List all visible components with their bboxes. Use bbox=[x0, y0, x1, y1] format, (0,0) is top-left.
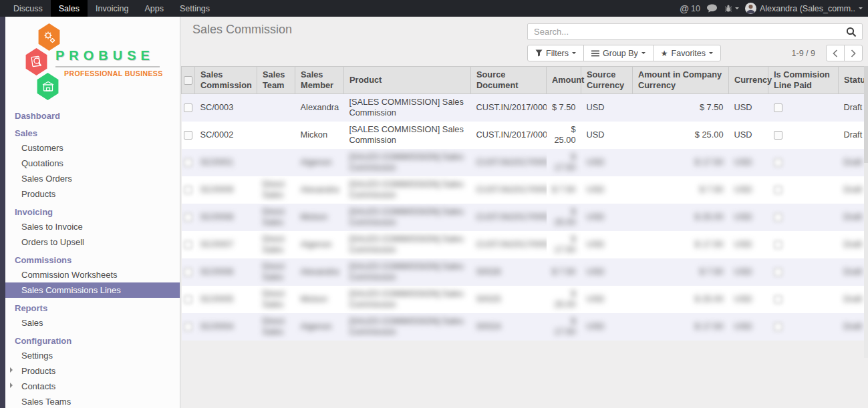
sidebar-item-quotations[interactable]: Quotations bbox=[5, 156, 180, 171]
cell-sales-commission: SC/0003 bbox=[195, 94, 257, 122]
column-header-source-currency[interactable]: Source Currency bbox=[581, 67, 633, 94]
cell-sales-commission: SC/0005 bbox=[195, 286, 257, 313]
chevron-down-icon bbox=[709, 52, 713, 56]
pager-previous-button[interactable] bbox=[826, 45, 845, 61]
paid-checkbox[interactable] bbox=[774, 213, 782, 222]
table-row[interactable]: SC/0007 Direct Sales Algenon [SALES COMM… bbox=[182, 231, 868, 258]
cell-sales-member: Alexandra bbox=[295, 94, 344, 122]
paid-checkbox[interactable] bbox=[774, 268, 782, 276]
cell-amount-in-company-currency: $ 7.50 bbox=[633, 258, 729, 286]
sidebar: PROBUSE PROFESSIONAL BUSINESS DashboardS… bbox=[0, 17, 180, 408]
cell-amount-in-company-currency: $ 25.00 bbox=[633, 122, 729, 149]
paid-checkbox[interactable] bbox=[774, 295, 782, 304]
chevron-right-icon[interactable] bbox=[10, 367, 15, 373]
scrollbar-thumb[interactable] bbox=[864, 66, 868, 163]
sidebar-item-sales[interactable]: Sales bbox=[5, 315, 180, 331]
messages-button[interactable] bbox=[706, 4, 718, 13]
sidebar-item-sales-to-invoice[interactable]: Sales to Invoice bbox=[5, 219, 180, 234]
column-header-sales-commission[interactable]: Sales Commission bbox=[195, 67, 257, 94]
filters-button[interactable]: Filters bbox=[527, 45, 584, 61]
topbar-menu-discuss[interactable]: Discuss bbox=[5, 0, 51, 17]
cell-currency: USD bbox=[729, 149, 768, 176]
topbar-menu-sales[interactable]: Sales bbox=[51, 0, 88, 17]
column-header-is-commision-line-paid[interactable]: Is Commision Line Paid bbox=[768, 67, 839, 94]
row-checkbox[interactable] bbox=[184, 323, 192, 331]
row-checkbox[interactable] bbox=[184, 213, 192, 222]
sidebar-item-commission-worksheets[interactable]: Commission Worksheets bbox=[5, 267, 180, 282]
column-header-amount-in-company-currency[interactable]: Amount in Company Currency bbox=[633, 67, 729, 94]
user-menu[interactable]: Alexandra (Sales_comm.. bbox=[745, 3, 863, 14]
column-header-amount[interactable]: Amount bbox=[547, 67, 581, 94]
sidebar-accent-strip bbox=[0, 17, 5, 408]
cell-source-currency: USD bbox=[581, 149, 633, 176]
table-row[interactable]: SC/0002 Mickon [SALES COMMISSION] Sales … bbox=[182, 122, 868, 149]
search-input[interactable] bbox=[528, 27, 846, 37]
sidebar-item-sales-teams[interactable]: Sales Teams bbox=[5, 394, 180, 408]
cell-is-commision-line-paid bbox=[768, 94, 839, 122]
mentions-counter[interactable]: @ 10 bbox=[680, 3, 700, 14]
column-header-sales-team[interactable]: Sales Team bbox=[257, 67, 295, 94]
table-row[interactable]: SC/0008 Direct Sales Mickon [SALES COMMI… bbox=[182, 204, 868, 231]
column-header-source-document[interactable]: Source Document bbox=[471, 67, 547, 94]
table-row[interactable]: SC/0005 Direct Sales Mickon [SALES COMMI… bbox=[182, 286, 868, 313]
pager-range: 1-9 / 9 bbox=[792, 49, 815, 58]
sidebar-item-products[interactable]: Products bbox=[5, 363, 180, 379]
sidebar-section-commissions: Commissions bbox=[5, 253, 180, 267]
paid-checkbox[interactable] bbox=[774, 186, 782, 194]
sidebar-section-sales: Sales bbox=[5, 126, 180, 140]
row-checkbox[interactable] bbox=[184, 158, 192, 167]
cell-sales-commission: SC/0008 bbox=[195, 204, 257, 231]
favorites-button[interactable]: ★ Favorites bbox=[653, 45, 721, 61]
topbar-menu-apps[interactable]: Apps bbox=[136, 0, 172, 17]
sidebar-item-orders-to-upsell[interactable]: Orders to Upsell bbox=[5, 234, 180, 250]
topbar-menu-settings[interactable]: Settings bbox=[172, 0, 218, 17]
row-checkbox[interactable] bbox=[184, 240, 192, 249]
cell-source-document: S0024 bbox=[471, 313, 547, 341]
search-icon[interactable] bbox=[846, 27, 857, 37]
topbar-menu-invoicing[interactable]: Invoicing bbox=[88, 0, 136, 17]
sidebar-item-sales-orders[interactable]: Sales Orders bbox=[5, 171, 180, 186]
sidebar-item-products[interactable]: Products bbox=[5, 186, 180, 202]
chat-bubble-icon bbox=[706, 4, 718, 13]
cell-amount-in-company-currency: $ 25.00 bbox=[633, 204, 729, 231]
chevron-right-icon[interactable] bbox=[10, 383, 15, 388]
cell-amount: $ 25.00 bbox=[547, 286, 581, 313]
group-by-button[interactable]: Group By bbox=[583, 45, 654, 61]
pager-next-button[interactable] bbox=[844, 45, 863, 61]
mention-count: 10 bbox=[691, 4, 700, 13]
table-row[interactable]: SC/0001 Algenon [SALES COMMISSION] Sales… bbox=[182, 149, 868, 176]
cell-amount: $ 25.00 bbox=[547, 204, 581, 231]
paid-checkbox[interactable] bbox=[774, 131, 782, 140]
scrollbar[interactable] bbox=[864, 66, 868, 358]
row-checkbox[interactable] bbox=[184, 131, 192, 140]
cell-source-document: CUST.IN/2017/0002 bbox=[471, 204, 547, 231]
chevron-down-icon bbox=[572, 52, 576, 56]
select-all-checkbox[interactable] bbox=[184, 76, 192, 85]
row-checkbox[interactable] bbox=[184, 186, 192, 194]
row-checkbox[interactable] bbox=[184, 104, 192, 112]
row-checkbox[interactable] bbox=[184, 268, 192, 276]
sidebar-item-contacts[interactable]: Contacts bbox=[5, 379, 180, 394]
table-row[interactable]: SC/0006 Direct Sales Alexandra [SALES CO… bbox=[182, 258, 868, 286]
cell-amount: $ 7.50 bbox=[547, 258, 581, 286]
row-checkbox[interactable] bbox=[184, 295, 192, 304]
column-header-currency[interactable]: Currency bbox=[729, 67, 768, 94]
cell-is-commision-line-paid bbox=[768, 149, 839, 176]
debug-menu-button[interactable] bbox=[724, 4, 739, 13]
paid-checkbox[interactable] bbox=[774, 240, 782, 249]
paid-checkbox[interactable] bbox=[774, 323, 782, 331]
paid-checkbox[interactable] bbox=[774, 104, 782, 112]
table-row[interactable]: SC/0003 Alexandra [SALES COMMISSION] Sal… bbox=[182, 94, 868, 122]
sidebar-item-customers[interactable]: Customers bbox=[5, 140, 180, 156]
table-row[interactable]: SC/0004 Direct Sales Algenon [SALES COMM… bbox=[182, 313, 868, 341]
cell-select bbox=[182, 204, 195, 231]
column-header-product[interactable]: Product bbox=[344, 67, 471, 94]
table-row[interactable]: SC/0009 Direct Sales Alexandra [SALES CO… bbox=[182, 176, 868, 204]
cell-sales-commission: SC/0002 bbox=[195, 122, 257, 149]
sidebar-item-settings[interactable]: Settings bbox=[5, 348, 180, 363]
column-header-sales-member[interactable]: Sales Member bbox=[295, 67, 344, 94]
cell-source-currency: USD bbox=[581, 313, 633, 341]
cell-source-document: CUST.IN/2017/0001 bbox=[471, 94, 547, 122]
sidebar-item-sales-commissions-lines[interactable]: Sales Commissions Lines bbox=[5, 282, 180, 298]
paid-checkbox[interactable] bbox=[774, 158, 782, 167]
